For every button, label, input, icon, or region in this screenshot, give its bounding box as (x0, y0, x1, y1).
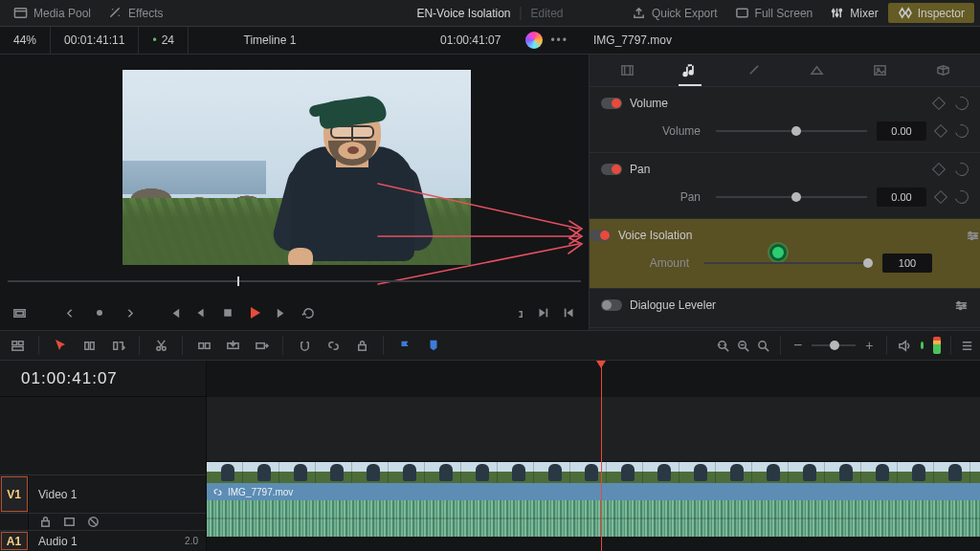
zoom-slider[interactable] (812, 344, 856, 346)
media-pool-button[interactable]: Media Pool (6, 3, 99, 23)
volume-section-keyframe[interactable] (932, 97, 946, 110)
pan-section-reset[interactable] (952, 160, 970, 178)
timeline-empty-area[interactable] (207, 397, 980, 462)
volume-reset[interactable] (952, 121, 970, 140)
prev-clip-button[interactable] (558, 301, 581, 324)
video-track-lane[interactable]: IMG_7797.mov (207, 462, 980, 500)
video-track-tag[interactable]: V1 (0, 475, 29, 513)
voice-isolation-param-label: Amount (590, 256, 695, 270)
replace-clip-button[interactable] (250, 334, 273, 357)
voice-isolation-settings-icon[interactable] (966, 229, 980, 243)
voice-isolation-title: Voice Isolation (618, 229, 692, 242)
next-clip-button[interactable] (531, 301, 554, 324)
inspector-button[interactable]: Inspector (888, 3, 974, 23)
linked-selection-toggle[interactable] (322, 334, 345, 357)
loop-button[interactable] (297, 301, 320, 324)
record-button[interactable] (88, 301, 111, 324)
volume-value[interactable]: 0.00 (877, 121, 926, 141)
link-icon (212, 487, 223, 497)
dialogue-leveler-settings-icon[interactable] (954, 298, 969, 313)
timeline-name[interactable]: Timeline 1 (189, 27, 351, 54)
voice-isolation-slider[interactable] (704, 255, 873, 271)
insert-clip-button[interactable] (192, 334, 215, 357)
video-clip-title-bar[interactable]: IMG_7797.mov (207, 483, 980, 500)
audio-track-header[interactable]: A1 Audio 1 2.0 (0, 530, 206, 551)
inspector-tab-file[interactable] (922, 55, 964, 86)
position-timecode[interactable]: 01:00:41:07 (440, 33, 501, 47)
viewer-scrubber[interactable] (8, 275, 581, 288)
video-clip-thumbnails[interactable] (207, 462, 980, 483)
pan-section: Pan Pan 0.00 (590, 153, 980, 219)
dim-button[interactable] (921, 342, 924, 349)
timeline-playhead[interactable] (601, 361, 602, 551)
pan-slider[interactable] (716, 189, 867, 205)
volume-keyframe[interactable] (934, 124, 947, 138)
timeline-position-display[interactable]: 01:00:41:07 (0, 361, 206, 397)
video-track-header[interactable]: V1 Video 1 (0, 474, 206, 513)
voice-isolation-value[interactable]: 100 (882, 253, 932, 273)
volume-toggle[interactable] (601, 98, 622, 109)
timeline-tracks-area[interactable]: 01:00:36:00 01:00:40:00 01:00:44:00 01:0… (207, 361, 980, 551)
timeline-view-options[interactable] (6, 334, 29, 357)
audio-meter-icon[interactable] (933, 337, 941, 354)
audio-track-tag[interactable]: A1 (0, 531, 29, 551)
trim-tool[interactable] (78, 334, 100, 357)
timeline-menu-button[interactable] (960, 334, 974, 357)
full-screen-button[interactable]: Full Screen (727, 3, 821, 23)
prev-marker-button[interactable] (61, 301, 84, 324)
pan-value[interactable]: 0.00 (877, 187, 926, 207)
match-frame-button[interactable] (504, 301, 527, 324)
volume-section-reset[interactable] (952, 94, 970, 112)
voice-isolation-toggle[interactable] (590, 230, 611, 241)
selection-tool[interactable] (49, 334, 72, 357)
zoom-level[interactable]: 44% (0, 27, 51, 54)
detail-zoom-button[interactable] (736, 334, 750, 357)
color-science-icon[interactable] (525, 32, 543, 49)
last-frame-button[interactable] (270, 301, 293, 324)
effects-button[interactable]: Effects (100, 3, 170, 23)
next-marker-button[interactable] (115, 301, 138, 324)
first-frame-button[interactable] (163, 301, 186, 324)
inspector-tab-audio[interactable] (669, 55, 711, 86)
track-disable-icon[interactable] (86, 515, 100, 529)
zoom-to-fit-button[interactable] (716, 334, 730, 357)
play-button[interactable] (243, 301, 266, 324)
video-track-name: Video 1 (29, 488, 77, 501)
dynamic-trim-tool[interactable] (106, 334, 129, 357)
zoom-in-button[interactable]: + (861, 338, 877, 353)
viewer-options-button[interactable]: ••• (550, 33, 568, 47)
mixer-label: Mixer (850, 7, 878, 20)
position-lock-toggle[interactable] (350, 334, 373, 357)
blade-tool[interactable] (149, 334, 172, 357)
pan-keyframe[interactable] (934, 190, 947, 204)
overwrite-clip-button[interactable] (221, 334, 244, 357)
sparkle-icon (108, 6, 122, 20)
custom-zoom-button[interactable] (756, 334, 770, 357)
pan-reset[interactable] (952, 187, 970, 206)
play-reverse-button[interactable] (189, 301, 212, 324)
frames-indicator[interactable]: •24 (139, 27, 189, 54)
inspector-tab-transition[interactable] (795, 55, 837, 86)
stop-button[interactable] (216, 301, 239, 324)
source-timecode[interactable]: 00:01:41:11 (51, 27, 139, 54)
flag-button[interactable] (393, 334, 416, 357)
audio-track-lane[interactable] (207, 500, 980, 537)
marker-button[interactable] (422, 334, 445, 357)
auto-select-icon[interactable] (62, 515, 77, 529)
inspector-tab-effects[interactable] (732, 55, 774, 86)
preview-canvas[interactable] (122, 70, 471, 265)
snapping-toggle[interactable] (293, 334, 316, 357)
quick-export-button[interactable]: Quick Export (624, 3, 725, 23)
svg-rect-10 (546, 309, 548, 318)
dialogue-leveler-toggle[interactable] (601, 299, 622, 311)
pan-toggle[interactable] (601, 164, 622, 175)
mute-button[interactable] (897, 334, 911, 357)
pan-section-keyframe[interactable] (932, 163, 946, 176)
safe-area-icon[interactable] (8, 301, 31, 324)
mixer-button[interactable]: Mixer (822, 3, 885, 23)
track-lock-icon[interactable] (38, 515, 53, 529)
inspector-tab-image[interactable] (858, 55, 901, 86)
inspector-tab-video[interactable] (606, 55, 648, 86)
zoom-out-button[interactable]: − (790, 337, 806, 354)
volume-slider[interactable] (716, 123, 867, 139)
